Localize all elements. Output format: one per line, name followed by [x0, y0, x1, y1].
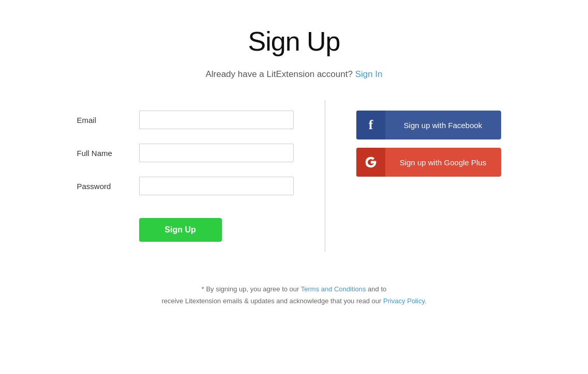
fullname-input[interactable] — [139, 144, 294, 162]
footer-line2: receive Litextension emails & updates an… — [161, 295, 426, 307]
signup-button[interactable]: Sign Up — [139, 218, 222, 242]
terms-link[interactable]: Terms and Conditions — [301, 285, 366, 293]
page-container: Sign Up Already have a LitExtension acco… — [0, 0, 588, 307]
fullname-group: Full Name — [77, 144, 294, 162]
signin-link[interactable]: Sign In — [355, 69, 383, 79]
fullname-label: Full Name — [77, 149, 139, 158]
password-label: Password — [77, 182, 139, 191]
footer-line2-end: . — [425, 297, 427, 305]
facebook-signup-button[interactable]: f Sign up with Facebook — [356, 111, 501, 139]
footer: * By signing up, you agree to our Terms … — [161, 283, 426, 307]
form-section: Email Full Name Password Sign Up — [67, 100, 325, 252]
google-signup-button[interactable]: Sign up with Google Plus — [356, 148, 501, 177]
footer-line1-start: * By signing up, you agree to our — [202, 285, 301, 293]
email-group: Email — [77, 111, 294, 129]
subtitle: Already have a LitExtension account? Sig… — [205, 69, 382, 80]
google-btn-label: Sign up with Google Plus — [385, 158, 501, 167]
privacy-link[interactable]: Privacy Policy — [383, 297, 425, 305]
password-input[interactable] — [139, 177, 294, 195]
google-icon — [356, 148, 385, 177]
subtitle-text: Already have a LitExtension account? — [205, 69, 352, 79]
page-title: Sign Up — [248, 26, 340, 57]
facebook-btn-label: Sign up with Facebook — [385, 121, 501, 130]
footer-line2-start: receive Litextension emails & updates an… — [161, 297, 383, 305]
main-content: Email Full Name Password Sign Up f Sign … — [36, 100, 553, 252]
facebook-icon: f — [356, 111, 385, 139]
footer-line1-end: and to — [366, 285, 386, 293]
social-section: f Sign up with Facebook Sign up with Goo… — [325, 100, 522, 187]
footer-line1: * By signing up, you agree to our Terms … — [161, 283, 426, 295]
password-group: Password — [77, 177, 294, 195]
email-label: Email — [77, 116, 139, 124]
email-input[interactable] — [139, 111, 294, 129]
